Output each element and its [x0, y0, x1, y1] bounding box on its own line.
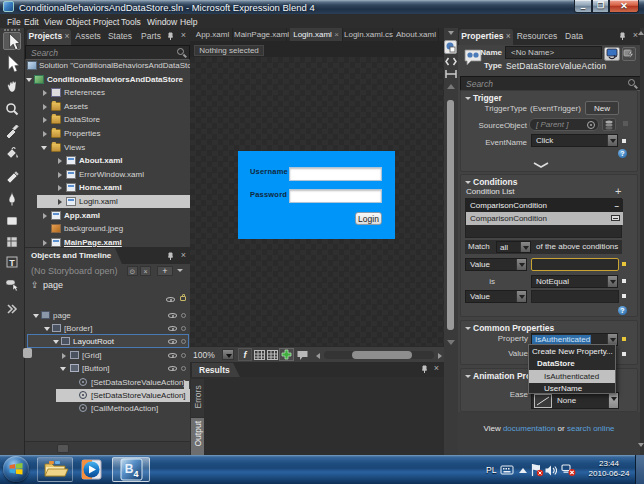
svg-text:B: B	[125, 462, 134, 476]
svg-text:T: T	[9, 258, 15, 268]
svg-text:4: 4	[133, 469, 138, 479]
